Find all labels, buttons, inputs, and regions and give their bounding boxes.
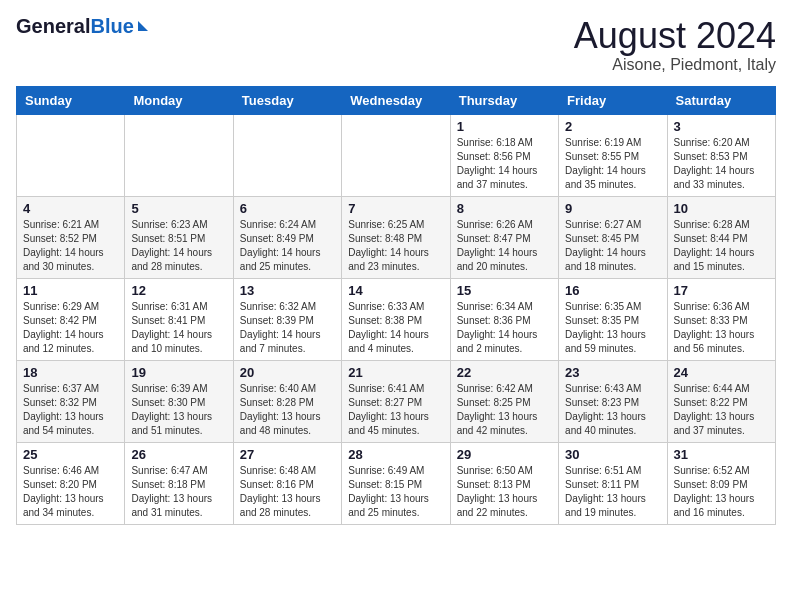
day-number: 27 xyxy=(240,447,335,462)
day-info: Sunrise: 6:46 AM Sunset: 8:20 PM Dayligh… xyxy=(23,464,118,520)
calendar-day-18: 18Sunrise: 6:37 AM Sunset: 8:32 PM Dayli… xyxy=(17,360,125,442)
calendar-day-2: 2Sunrise: 6:19 AM Sunset: 8:55 PM Daylig… xyxy=(559,114,667,196)
calendar-day-26: 26Sunrise: 6:47 AM Sunset: 8:18 PM Dayli… xyxy=(125,442,233,524)
calendar-day-22: 22Sunrise: 6:42 AM Sunset: 8:25 PM Dayli… xyxy=(450,360,558,442)
day-info: Sunrise: 6:37 AM Sunset: 8:32 PM Dayligh… xyxy=(23,382,118,438)
weekday-header-wednesday: Wednesday xyxy=(342,86,450,114)
day-info: Sunrise: 6:51 AM Sunset: 8:11 PM Dayligh… xyxy=(565,464,660,520)
day-number: 15 xyxy=(457,283,552,298)
day-info: Sunrise: 6:39 AM Sunset: 8:30 PM Dayligh… xyxy=(131,382,226,438)
day-number: 21 xyxy=(348,365,443,380)
calendar-empty-cell xyxy=(233,114,341,196)
day-info: Sunrise: 6:26 AM Sunset: 8:47 PM Dayligh… xyxy=(457,218,552,274)
calendar-subtitle: Aisone, Piedmont, Italy xyxy=(574,56,776,74)
day-number: 10 xyxy=(674,201,769,216)
day-number: 26 xyxy=(131,447,226,462)
calendar-title: August 2024 xyxy=(574,16,776,56)
day-info: Sunrise: 6:35 AM Sunset: 8:35 PM Dayligh… xyxy=(565,300,660,356)
calendar-empty-cell xyxy=(17,114,125,196)
day-number: 24 xyxy=(674,365,769,380)
day-number: 5 xyxy=(131,201,226,216)
calendar-day-17: 17Sunrise: 6:36 AM Sunset: 8:33 PM Dayli… xyxy=(667,278,775,360)
calendar-day-7: 7Sunrise: 6:25 AM Sunset: 8:48 PM Daylig… xyxy=(342,196,450,278)
day-number: 31 xyxy=(674,447,769,462)
logo: GeneralBlue xyxy=(16,16,148,36)
day-number: 9 xyxy=(565,201,660,216)
calendar-day-6: 6Sunrise: 6:24 AM Sunset: 8:49 PM Daylig… xyxy=(233,196,341,278)
calendar-week-row: 25Sunrise: 6:46 AM Sunset: 8:20 PM Dayli… xyxy=(17,442,776,524)
day-number: 3 xyxy=(674,119,769,134)
calendar-day-14: 14Sunrise: 6:33 AM Sunset: 8:38 PM Dayli… xyxy=(342,278,450,360)
calendar-day-11: 11Sunrise: 6:29 AM Sunset: 8:42 PM Dayli… xyxy=(17,278,125,360)
calendar-day-31: 31Sunrise: 6:52 AM Sunset: 8:09 PM Dayli… xyxy=(667,442,775,524)
calendar-day-20: 20Sunrise: 6:40 AM Sunset: 8:28 PM Dayli… xyxy=(233,360,341,442)
weekday-header-saturday: Saturday xyxy=(667,86,775,114)
day-info: Sunrise: 6:28 AM Sunset: 8:44 PM Dayligh… xyxy=(674,218,769,274)
day-info: Sunrise: 6:44 AM Sunset: 8:22 PM Dayligh… xyxy=(674,382,769,438)
day-number: 23 xyxy=(565,365,660,380)
day-info: Sunrise: 6:18 AM Sunset: 8:56 PM Dayligh… xyxy=(457,136,552,192)
weekday-header-monday: Monday xyxy=(125,86,233,114)
day-info: Sunrise: 6:50 AM Sunset: 8:13 PM Dayligh… xyxy=(457,464,552,520)
day-number: 16 xyxy=(565,283,660,298)
day-info: Sunrise: 6:19 AM Sunset: 8:55 PM Dayligh… xyxy=(565,136,660,192)
day-info: Sunrise: 6:48 AM Sunset: 8:16 PM Dayligh… xyxy=(240,464,335,520)
calendar-day-9: 9Sunrise: 6:27 AM Sunset: 8:45 PM Daylig… xyxy=(559,196,667,278)
day-info: Sunrise: 6:42 AM Sunset: 8:25 PM Dayligh… xyxy=(457,382,552,438)
calendar-day-24: 24Sunrise: 6:44 AM Sunset: 8:22 PM Dayli… xyxy=(667,360,775,442)
day-number: 17 xyxy=(674,283,769,298)
calendar-day-13: 13Sunrise: 6:32 AM Sunset: 8:39 PM Dayli… xyxy=(233,278,341,360)
day-number: 28 xyxy=(348,447,443,462)
day-info: Sunrise: 6:40 AM Sunset: 8:28 PM Dayligh… xyxy=(240,382,335,438)
day-number: 2 xyxy=(565,119,660,134)
day-number: 20 xyxy=(240,365,335,380)
day-info: Sunrise: 6:47 AM Sunset: 8:18 PM Dayligh… xyxy=(131,464,226,520)
day-number: 25 xyxy=(23,447,118,462)
day-info: Sunrise: 6:36 AM Sunset: 8:33 PM Dayligh… xyxy=(674,300,769,356)
calendar-day-30: 30Sunrise: 6:51 AM Sunset: 8:11 PM Dayli… xyxy=(559,442,667,524)
day-number: 8 xyxy=(457,201,552,216)
day-number: 6 xyxy=(240,201,335,216)
day-info: Sunrise: 6:24 AM Sunset: 8:49 PM Dayligh… xyxy=(240,218,335,274)
weekday-header-row: SundayMondayTuesdayWednesdayThursdayFrid… xyxy=(17,86,776,114)
day-info: Sunrise: 6:25 AM Sunset: 8:48 PM Dayligh… xyxy=(348,218,443,274)
weekday-header-thursday: Thursday xyxy=(450,86,558,114)
calendar-day-27: 27Sunrise: 6:48 AM Sunset: 8:16 PM Dayli… xyxy=(233,442,341,524)
calendar-week-row: 1Sunrise: 6:18 AM Sunset: 8:56 PM Daylig… xyxy=(17,114,776,196)
calendar-empty-cell xyxy=(342,114,450,196)
calendar-day-10: 10Sunrise: 6:28 AM Sunset: 8:44 PM Dayli… xyxy=(667,196,775,278)
calendar-day-25: 25Sunrise: 6:46 AM Sunset: 8:20 PM Dayli… xyxy=(17,442,125,524)
day-number: 22 xyxy=(457,365,552,380)
day-info: Sunrise: 6:23 AM Sunset: 8:51 PM Dayligh… xyxy=(131,218,226,274)
day-info: Sunrise: 6:31 AM Sunset: 8:41 PM Dayligh… xyxy=(131,300,226,356)
calendar-week-row: 4Sunrise: 6:21 AM Sunset: 8:52 PM Daylig… xyxy=(17,196,776,278)
calendar-day-19: 19Sunrise: 6:39 AM Sunset: 8:30 PM Dayli… xyxy=(125,360,233,442)
logo-triangle-icon xyxy=(138,21,148,31)
day-info: Sunrise: 6:29 AM Sunset: 8:42 PM Dayligh… xyxy=(23,300,118,356)
calendar-day-29: 29Sunrise: 6:50 AM Sunset: 8:13 PM Dayli… xyxy=(450,442,558,524)
calendar-day-23: 23Sunrise: 6:43 AM Sunset: 8:23 PM Dayli… xyxy=(559,360,667,442)
weekday-header-friday: Friday xyxy=(559,86,667,114)
day-number: 18 xyxy=(23,365,118,380)
day-number: 30 xyxy=(565,447,660,462)
page-header: GeneralBlue August 2024 Aisone, Piedmont… xyxy=(16,16,776,74)
calendar-week-row: 11Sunrise: 6:29 AM Sunset: 8:42 PM Dayli… xyxy=(17,278,776,360)
calendar-day-21: 21Sunrise: 6:41 AM Sunset: 8:27 PM Dayli… xyxy=(342,360,450,442)
calendar-day-15: 15Sunrise: 6:34 AM Sunset: 8:36 PM Dayli… xyxy=(450,278,558,360)
day-number: 14 xyxy=(348,283,443,298)
day-number: 4 xyxy=(23,201,118,216)
day-info: Sunrise: 6:52 AM Sunset: 8:09 PM Dayligh… xyxy=(674,464,769,520)
calendar-day-8: 8Sunrise: 6:26 AM Sunset: 8:47 PM Daylig… xyxy=(450,196,558,278)
day-info: Sunrise: 6:21 AM Sunset: 8:52 PM Dayligh… xyxy=(23,218,118,274)
weekday-header-sunday: Sunday xyxy=(17,86,125,114)
day-info: Sunrise: 6:49 AM Sunset: 8:15 PM Dayligh… xyxy=(348,464,443,520)
day-info: Sunrise: 6:32 AM Sunset: 8:39 PM Dayligh… xyxy=(240,300,335,356)
day-info: Sunrise: 6:33 AM Sunset: 8:38 PM Dayligh… xyxy=(348,300,443,356)
calendar-day-5: 5Sunrise: 6:23 AM Sunset: 8:51 PM Daylig… xyxy=(125,196,233,278)
day-number: 19 xyxy=(131,365,226,380)
day-number: 1 xyxy=(457,119,552,134)
calendar-day-4: 4Sunrise: 6:21 AM Sunset: 8:52 PM Daylig… xyxy=(17,196,125,278)
day-number: 12 xyxy=(131,283,226,298)
day-info: Sunrise: 6:27 AM Sunset: 8:45 PM Dayligh… xyxy=(565,218,660,274)
day-info: Sunrise: 6:34 AM Sunset: 8:36 PM Dayligh… xyxy=(457,300,552,356)
